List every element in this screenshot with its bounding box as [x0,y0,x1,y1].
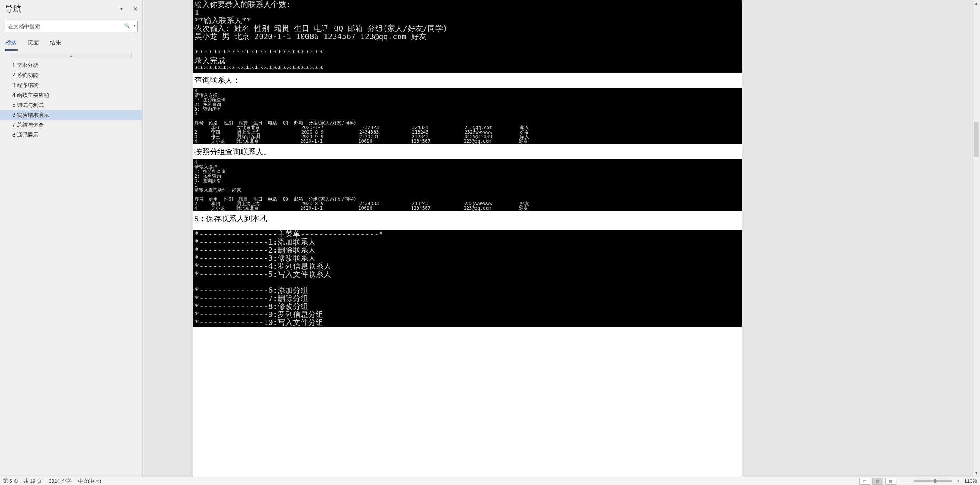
zoom-out-button[interactable]: − [904,478,912,484]
body-text: 按照分组查询联系人。 [193,144,742,159]
status-words[interactable]: 3314 个字 [49,478,71,485]
nav-items-list: 1 需求分析 2 系统功能 3 程序结构 4 函数主要功能 5 调试与测试 6 … [0,60,142,141]
search-icon[interactable]: 🔍 [124,23,130,29]
zoom-in-button[interactable]: + [954,478,962,484]
nav-header: 导航 ▼ ✕ [0,0,142,16]
close-icon[interactable]: ✕ [133,5,138,13]
search-box: 🔍 ▾ [5,21,138,32]
tab-pages[interactable]: 页面 [27,37,40,51]
search-input[interactable] [5,21,138,32]
body-text: 查询联系人： [193,73,742,88]
nav-title: 导航 [5,3,21,15]
separator [900,478,900,484]
console-output-1: 输入你要录入的联系人个数: 1 **输入联系人** 依次输入: 姓名 性别 籍贯… [193,0,742,73]
nav-header-controls: ▼ ✕ [119,5,138,13]
tab-headings[interactable]: 标题 [5,37,18,51]
vertical-scrollbar[interactable]: ▲ ▼ [972,0,980,477]
status-language[interactable]: 中文(中国) [78,478,101,485]
nav-item[interactable]: 3 程序结构 [0,80,142,90]
nav-options-dropdown-icon[interactable]: ▼ [119,6,124,11]
scroll-down-icon[interactable]: ▼ [973,470,980,477]
tab-results[interactable]: 结果 [49,37,62,51]
console-output-4: *-----------------主菜单-----------------* … [193,230,742,327]
nav-item[interactable]: 4 函数主要功能 [0,90,142,100]
nav-divider[interactable]: ▴ [11,54,132,58]
zoom-level[interactable]: 110% [964,478,977,484]
navigation-pane: 导航 ▼ ✕ 🔍 ▾ 标题 页面 结果 ▴ 1 需求分析 2 系统功能 3 程序… [0,0,143,477]
nav-tabs: 标题 页面 结果 [0,37,142,51]
view-read-mode-button[interactable]: ▭ [859,478,870,485]
search-dropdown-icon[interactable]: ▾ [134,24,136,28]
view-web-layout-button[interactable]: ▦ [885,478,896,485]
scroll-thumb[interactable] [974,122,979,157]
nav-item[interactable]: 7 总结与体会 [0,120,142,130]
zoom-slider[interactable] [914,480,952,482]
scroll-up-icon[interactable]: ▲ [973,0,980,7]
status-right: ▭ ▤ ▦ − + 110% [859,478,977,485]
nav-item[interactable]: 1 需求分析 [0,60,142,70]
page-content: 输入你要录入的联系人个数: 1 **输入联系人** 依次输入: 姓名 性别 籍贯… [193,0,742,327]
nav-item-selected[interactable]: 6 实验结果演示 [0,110,142,120]
console-output-2: 4 请输入选择: 1: 按分组查询 2: 按名查询 3: 查询所有 3 序号 姓… [193,88,742,144]
document-area[interactable]: 输入你要录入的联系人个数: 1 **输入联系人** 依次输入: 姓名 性别 籍贯… [143,0,972,477]
nav-item[interactable]: 5 调试与测试 [0,100,142,110]
console-output-3: 4 请输入选择: 1: 按分组查询 2: 按名查询 3: 查询所有 1 请输入查… [193,159,742,211]
nav-item[interactable]: 8 源码展示 [0,130,142,140]
status-page[interactable]: 第 6 页，共 19 页 [3,478,42,485]
zoom-slider-thumb[interactable] [934,479,936,483]
status-bar: 第 6 页，共 19 页 3314 个字 中文(中国) ▭ ▤ ▦ − + 11… [0,477,980,485]
body-text: 5：保存联系人到本地 [193,211,742,226]
status-left: 第 6 页，共 19 页 3314 个字 中文(中国) [3,478,101,485]
document-page: 输入你要录入的联系人个数: 1 **输入联系人** 依次输入: 姓名 性别 籍贯… [193,0,742,477]
nav-item[interactable]: 2 系统功能 [0,70,142,80]
view-print-layout-button[interactable]: ▤ [872,478,883,485]
